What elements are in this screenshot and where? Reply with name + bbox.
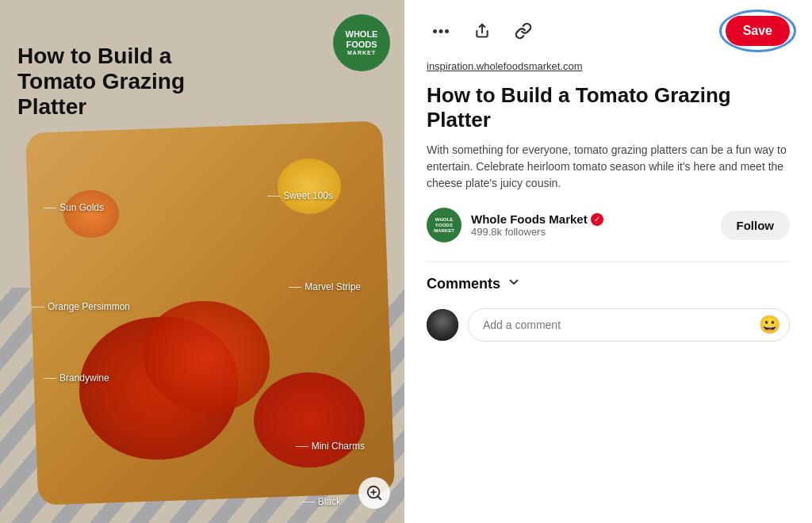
comment-input-row: 😀 bbox=[427, 308, 790, 342]
follow-button[interactable]: Follow bbox=[721, 211, 791, 240]
label-mini-charms: Mini Charms bbox=[296, 441, 365, 452]
comment-input[interactable] bbox=[468, 308, 790, 342]
share-button[interactable] bbox=[468, 17, 496, 45]
author-name: Whole Foods Market bbox=[471, 212, 588, 226]
link-button[interactable] bbox=[509, 17, 538, 45]
label-brandywine: Brandywine bbox=[44, 372, 109, 384]
comment-input-wrapper: 😀 bbox=[468, 308, 790, 342]
author-avatar[interactable]: WHOLE FOODS MARKET bbox=[427, 208, 462, 242]
pin-image-panel: Whole Foods Market How to Build a Tomato… bbox=[0, 0, 404, 523]
commenter-avatar bbox=[427, 309, 458, 341]
pin-image-title: How to Build a Tomato Grazing Platter bbox=[17, 44, 224, 120]
tomato-yellow bbox=[278, 158, 341, 214]
wfm-whole: Whole bbox=[346, 29, 378, 40]
source-link[interactable]: inspiration.wholefoodsmarket.com bbox=[427, 60, 790, 72]
save-button-wrapper: Save bbox=[726, 16, 790, 46]
svg-point-1 bbox=[433, 29, 437, 33]
label-orange-persimmon: Orange Persimmon bbox=[32, 301, 130, 312]
top-bar-icons bbox=[427, 17, 538, 45]
pin-description: With something for everyone, tomato graz… bbox=[427, 142, 790, 192]
avatar-market: MARKET bbox=[434, 228, 454, 234]
comments-header: Comments bbox=[427, 275, 790, 292]
pin-title-overlay: How to Build a Tomato Grazing Platter bbox=[17, 44, 224, 120]
visual-search-button[interactable] bbox=[358, 477, 390, 509]
divider bbox=[427, 262, 790, 262]
avatar-foods: FOODS bbox=[434, 223, 454, 228]
avatar-whole: WHOLE bbox=[434, 217, 454, 223]
verified-badge: ✓ bbox=[591, 213, 603, 226]
label-sweet-100s: Sweet 100s bbox=[267, 190, 333, 201]
author-info: WHOLE FOODS MARKET Whole Foods Market ✓ … bbox=[427, 208, 603, 242]
more-options-button[interactable] bbox=[427, 17, 455, 45]
wfm-market: Market bbox=[346, 50, 378, 56]
top-bar: Save bbox=[427, 16, 790, 46]
pin-title: How to Build a Tomato Grazing Platter bbox=[427, 83, 790, 132]
wfm-logo: Whole Foods Market bbox=[333, 14, 390, 71]
svg-point-2 bbox=[439, 29, 443, 33]
tomato-orange bbox=[63, 190, 119, 238]
author-name-row: Whole Foods Market ✓ bbox=[471, 212, 603, 226]
tomato-red-3 bbox=[254, 372, 365, 468]
right-panel: Save inspiration.wholefoodsmarket.com Ho… bbox=[404, 0, 812, 523]
label-sun-golds: Sun Golds bbox=[44, 202, 104, 213]
comments-title: Comments bbox=[427, 276, 500, 292]
emoji-button[interactable]: 😀 bbox=[759, 316, 780, 334]
author-row: WHOLE FOODS MARKET Whole Foods Market ✓ … bbox=[427, 208, 790, 242]
wfm-foods: Foods bbox=[346, 40, 378, 50]
chevron-down-icon[interactable] bbox=[507, 275, 521, 292]
label-black: Black bbox=[302, 496, 341, 507]
save-button[interactable]: Save bbox=[726, 16, 790, 46]
label-marvel-stripe: Marvel Stripe bbox=[289, 281, 361, 292]
author-followers: 499.8k followers bbox=[471, 226, 603, 238]
author-details: Whole Foods Market ✓ 499.8k followers bbox=[471, 212, 603, 238]
svg-point-3 bbox=[445, 29, 449, 33]
